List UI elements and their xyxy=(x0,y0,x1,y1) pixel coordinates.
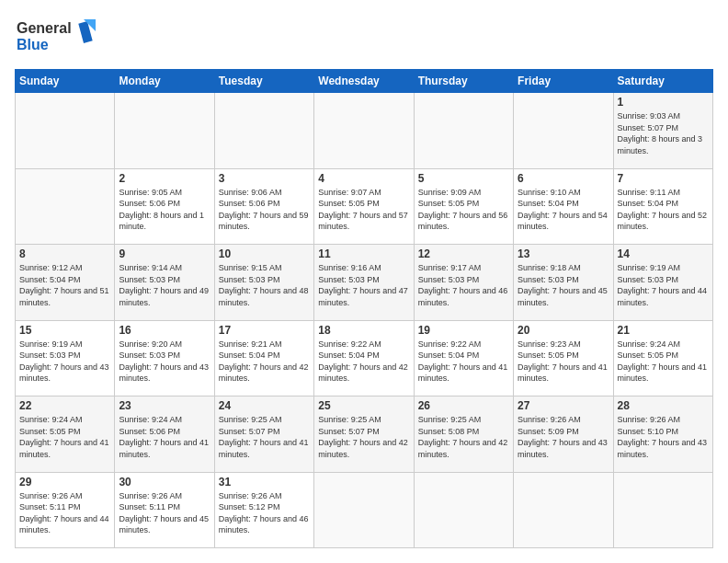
day-cell-13: 13Sunrise: 9:18 AMSunset: 5:03 PMDayligh… xyxy=(514,245,613,321)
logo: General Blue xyxy=(15,15,97,60)
day-cell-22: 22Sunrise: 9:24 AMSunset: 5:05 PMDayligh… xyxy=(16,396,115,473)
day-header-tuesday: Tuesday xyxy=(214,70,313,93)
header: General Blue xyxy=(15,15,713,60)
empty-cell xyxy=(414,93,513,169)
day-header-sunday: Sunday xyxy=(16,70,115,93)
page: General Blue SundayMondayTuesdayWednesda… xyxy=(0,0,728,563)
day-cell-14: 14Sunrise: 9:19 AMSunset: 5:03 PMDayligh… xyxy=(613,245,712,321)
calendar-week-6: 29Sunrise: 9:26 AMSunset: 5:11 PMDayligh… xyxy=(16,472,713,548)
day-cell-10: 10Sunrise: 9:15 AMSunset: 5:03 PMDayligh… xyxy=(214,245,313,321)
day-cell-24: 24Sunrise: 9:25 AMSunset: 5:07 PMDayligh… xyxy=(214,396,313,473)
calendar-table: SundayMondayTuesdayWednesdayThursdayFrid… xyxy=(15,69,713,548)
empty-cell xyxy=(115,93,214,169)
day-cell-empty xyxy=(414,472,513,548)
day-cell-6: 6Sunrise: 9:10 AMSunset: 5:04 PMDaylight… xyxy=(514,168,613,245)
day-cell-30: 30Sunrise: 9:26 AMSunset: 5:11 PMDayligh… xyxy=(115,472,214,548)
day-cell-9: 9Sunrise: 9:14 AMSunset: 5:03 PMDaylight… xyxy=(115,245,214,321)
day-cell-empty xyxy=(613,472,712,548)
day-cell-29: 29Sunrise: 9:26 AMSunset: 5:11 PMDayligh… xyxy=(16,472,115,548)
empty-cell xyxy=(16,168,115,245)
day-cell-15: 15Sunrise: 9:19 AMSunset: 5:03 PMDayligh… xyxy=(16,320,115,396)
day-cell-26: 26Sunrise: 9:25 AMSunset: 5:08 PMDayligh… xyxy=(414,396,513,473)
empty-cell xyxy=(214,93,313,169)
svg-text:Blue: Blue xyxy=(17,37,49,52)
day-header-monday: Monday xyxy=(115,70,214,93)
empty-cell xyxy=(514,93,613,169)
calendar-week-4: 15Sunrise: 9:19 AMSunset: 5:03 PMDayligh… xyxy=(16,320,713,396)
day-cell-19: 19Sunrise: 9:22 AMSunset: 5:04 PMDayligh… xyxy=(414,320,513,396)
calendar-week-2: 2Sunrise: 9:05 AMSunset: 5:06 PMDaylight… xyxy=(16,168,713,245)
calendar-week-5: 22Sunrise: 9:24 AMSunset: 5:05 PMDayligh… xyxy=(16,396,713,473)
day-cell-5: 5Sunrise: 9:09 AMSunset: 5:05 PMDaylight… xyxy=(414,168,513,245)
calendar-week-3: 8Sunrise: 9:12 AMSunset: 5:04 PMDaylight… xyxy=(16,245,713,321)
day-cell-empty xyxy=(314,472,414,548)
day-cell-28: 28Sunrise: 9:26 AMSunset: 5:10 PMDayligh… xyxy=(613,396,712,473)
day-cell-17: 17Sunrise: 9:21 AMSunset: 5:04 PMDayligh… xyxy=(214,320,313,396)
day-cell-25: 25Sunrise: 9:25 AMSunset: 5:07 PMDayligh… xyxy=(314,396,414,473)
day-header-wednesday: Wednesday xyxy=(314,70,414,93)
day-cell-empty xyxy=(514,472,613,548)
day-cell-27: 27Sunrise: 9:26 AMSunset: 5:09 PMDayligh… xyxy=(514,396,613,473)
day-cell-1: 1Sunrise: 9:03 AMSunset: 5:07 PMDaylight… xyxy=(613,93,712,169)
day-cell-12: 12Sunrise: 9:17 AMSunset: 5:03 PMDayligh… xyxy=(414,245,513,321)
day-cell-21: 21Sunrise: 9:24 AMSunset: 5:05 PMDayligh… xyxy=(613,320,712,396)
day-header-friday: Friday xyxy=(514,70,613,93)
empty-cell xyxy=(16,93,115,169)
empty-cell xyxy=(314,93,414,169)
day-cell-3: 3Sunrise: 9:06 AMSunset: 5:06 PMDaylight… xyxy=(214,168,313,245)
calendar-header-row: SundayMondayTuesdayWednesdayThursdayFrid… xyxy=(16,70,713,93)
svg-text:General: General xyxy=(17,20,72,36)
day-cell-7: 7Sunrise: 9:11 AMSunset: 5:04 PMDaylight… xyxy=(613,168,712,245)
day-cell-11: 11Sunrise: 9:16 AMSunset: 5:03 PMDayligh… xyxy=(314,245,414,321)
logo-text: General Blue xyxy=(15,15,97,60)
day-cell-2: 2Sunrise: 9:05 AMSunset: 5:06 PMDaylight… xyxy=(115,168,214,245)
day-cell-20: 20Sunrise: 9:23 AMSunset: 5:05 PMDayligh… xyxy=(514,320,613,396)
day-header-thursday: Thursday xyxy=(414,70,513,93)
day-cell-18: 18Sunrise: 9:22 AMSunset: 5:04 PMDayligh… xyxy=(314,320,414,396)
day-cell-16: 16Sunrise: 9:20 AMSunset: 5:03 PMDayligh… xyxy=(115,320,214,396)
day-cell-8: 8Sunrise: 9:12 AMSunset: 5:04 PMDaylight… xyxy=(16,245,115,321)
day-header-saturday: Saturday xyxy=(613,70,712,93)
day-cell-23: 23Sunrise: 9:24 AMSunset: 5:06 PMDayligh… xyxy=(115,396,214,473)
day-cell-4: 4Sunrise: 9:07 AMSunset: 5:05 PMDaylight… xyxy=(314,168,414,245)
day-cell-31: 31Sunrise: 9:26 AMSunset: 5:12 PMDayligh… xyxy=(214,472,313,548)
calendar-week-1: 1Sunrise: 9:03 AMSunset: 5:07 PMDaylight… xyxy=(16,93,713,169)
